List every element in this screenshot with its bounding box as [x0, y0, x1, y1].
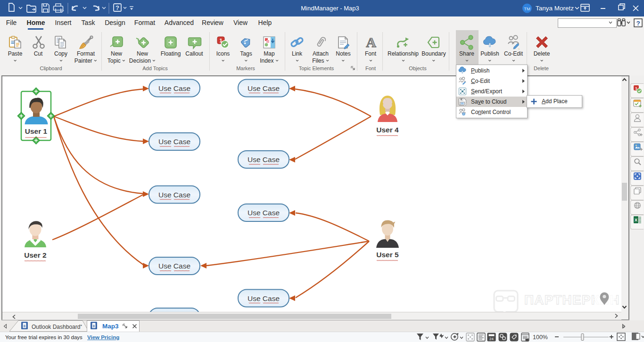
svg-text:24: 24	[489, 337, 494, 341]
svg-text:User 2: User 2	[24, 251, 46, 259]
svg-text:Use Case: Use Case	[248, 209, 280, 217]
svg-text:Use Case: Use Case	[158, 84, 190, 92]
svg-text:Use Case: Use Case	[158, 262, 190, 270]
svg-text:TM: TM	[524, 6, 530, 11]
svg-text:A: A	[366, 35, 376, 50]
svg-text:Use Case: Use Case	[248, 84, 280, 92]
svg-text:User 5: User 5	[376, 251, 399, 259]
svg-text:X: X	[635, 218, 637, 222]
svg-text:User 1: User 1	[25, 127, 48, 135]
svg-text:Use Case: Use Case	[158, 138, 190, 146]
svg-text:?: ?	[116, 4, 119, 11]
svg-text:?: ?	[636, 20, 640, 27]
svg-text:Use Case: Use Case	[158, 191, 190, 199]
svg-text:User 4: User 4	[376, 126, 399, 134]
svg-text:Use Case: Use Case	[248, 294, 280, 302]
svg-text:100%: 100%	[533, 334, 548, 341]
svg-text:Tanya Moretz: Tanya Moretz	[536, 5, 574, 12]
svg-text:Use Case: Use Case	[248, 155, 280, 163]
